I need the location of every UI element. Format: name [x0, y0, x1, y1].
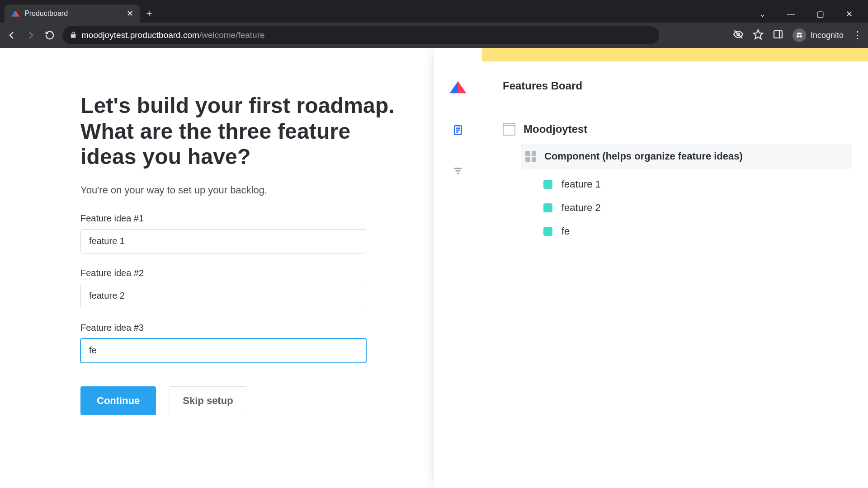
productboard-logo-icon — [448, 78, 467, 97]
preview-sidebar — [434, 48, 482, 488]
feature-name: fe — [561, 225, 570, 237]
page-heading: Let's build your first roadmap. What are… — [80, 93, 398, 170]
project-name: Moodjoytest — [524, 123, 587, 136]
chevron-down-icon[interactable]: ⌄ — [753, 9, 771, 19]
browser-tab-strip: Productboard ✕ + ⌄ — ▢ ✕ — [0, 0, 868, 23]
feature-idea-1-label: Feature idea #1 — [80, 213, 398, 224]
feature-name: feature 1 — [561, 178, 601, 190]
feature-idea-2-label: Feature idea #2 — [80, 268, 398, 278]
feature-idea-2-input[interactable] — [80, 284, 366, 308]
browser-tab[interactable]: Productboard ✕ — [5, 5, 140, 23]
feature-row-2[interactable]: feature 2 — [543, 196, 852, 220]
star-icon[interactable] — [753, 29, 764, 42]
svg-marker-1 — [11, 11, 15, 17]
browser-address-bar: moodjoytest.productboard.com/welcome/fea… — [0, 23, 868, 48]
board-title: Features Board — [503, 80, 852, 92]
svg-rect-6 — [774, 31, 782, 38]
app-content: Let's build your first roadmap. What are… — [0, 48, 868, 488]
feature-chip-icon — [543, 203, 552, 212]
back-button[interactable] — [5, 29, 18, 42]
skip-setup-button[interactable]: Skip setup — [169, 386, 247, 415]
tab-title: Productboard — [24, 9, 121, 18]
reload-button[interactable] — [43, 29, 56, 42]
new-tab-button[interactable]: + — [140, 5, 158, 23]
maximize-icon[interactable]: ▢ — [811, 9, 829, 19]
url-box[interactable]: moodjoytest.productboard.com/welcome/fea… — [62, 26, 659, 44]
minimize-icon[interactable]: — — [782, 9, 800, 19]
document-icon[interactable] — [451, 123, 465, 137]
features-board: Features Board Moodjoytest Component (he… — [482, 48, 868, 488]
panel-icon[interactable] — [773, 29, 783, 42]
project-row[interactable]: Moodjoytest — [503, 117, 852, 141]
onboarding-form: Let's build your first roadmap. What are… — [0, 48, 429, 488]
feature-chip-icon — [543, 227, 552, 236]
url-path: /welcome/feature — [199, 30, 265, 40]
feature-idea-3-input[interactable] — [80, 338, 366, 363]
url-domain: moodjoytest.productboard.com — [81, 30, 199, 40]
yellow-highlight-strip — [482, 48, 868, 61]
incognito-icon — [793, 28, 806, 42]
heading-line-1: Let's build your first roadmap. — [80, 94, 395, 117]
preview-panel: Features Board Moodjoytest Component (he… — [434, 48, 868, 488]
project-icon — [503, 123, 515, 136]
component-icon — [525, 151, 536, 162]
page-subheading: You're on your way to set up your backlo… — [80, 184, 398, 196]
feature-chip-icon — [543, 180, 552, 189]
filter-icon[interactable] — [451, 164, 465, 178]
feature-row-3[interactable]: fe — [543, 220, 852, 243]
continue-button[interactable]: Continue — [80, 386, 156, 415]
forward-button[interactable] — [24, 29, 37, 42]
feature-row-1[interactable]: feature 1 — [543, 173, 852, 196]
chrome-menu-icon[interactable]: ⋮ — [853, 29, 863, 41]
svg-marker-11 — [450, 81, 458, 93]
productboard-favicon — [11, 9, 20, 18]
feature-idea-1-input[interactable] — [80, 229, 366, 253]
component-name: Component (helps organize feature ideas) — [544, 150, 743, 162]
svg-marker-12 — [458, 81, 466, 93]
svg-marker-2 — [15, 11, 19, 17]
incognito-indicator[interactable]: Incognito — [793, 28, 844, 42]
eye-off-icon[interactable] — [733, 29, 744, 42]
close-window-icon[interactable]: ✕ — [840, 9, 858, 19]
component-row[interactable]: Component (helps organize feature ideas) — [521, 144, 852, 169]
feature-idea-3-label: Feature idea #3 — [80, 323, 398, 333]
svg-point-9 — [800, 35, 802, 38]
close-tab-icon[interactable]: ✕ — [126, 9, 134, 18]
lock-icon — [70, 31, 77, 40]
svg-point-8 — [797, 35, 799, 38]
svg-marker-5 — [754, 30, 763, 39]
heading-line-2: What are the three feature ideas you hav… — [80, 119, 350, 169]
window-controls: ⌄ — ▢ ✕ — [753, 9, 863, 23]
feature-name: feature 2 — [561, 202, 601, 214]
incognito-label: Incognito — [811, 31, 844, 40]
